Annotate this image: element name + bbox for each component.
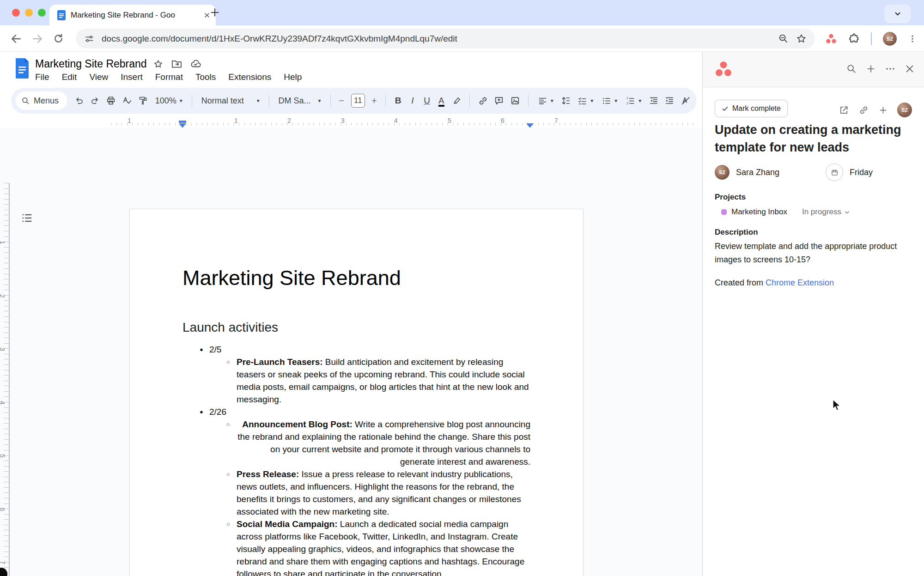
zoom-out-icon[interactable] bbox=[778, 33, 789, 44]
numbered-list-select[interactable]: 12▾ bbox=[623, 96, 644, 106]
horizontal-ruler[interactable]: 11234567 bbox=[0, 115, 702, 127]
assignee-avatar[interactable]: SZ bbox=[715, 165, 729, 180]
align-select[interactable]: ▾ bbox=[535, 96, 556, 106]
panel-close-icon[interactable] bbox=[905, 64, 915, 74]
minimize-window-button[interactable] bbox=[25, 9, 33, 17]
ruler-number: 1 bbox=[0, 241, 6, 244]
bold-icon[interactable]: B bbox=[392, 96, 404, 106]
add-comment-icon[interactable] bbox=[492, 93, 506, 109]
extensions-puzzle-icon[interactable] bbox=[848, 33, 860, 44]
due-date-label[interactable]: Friday bbox=[850, 168, 873, 177]
menu-help[interactable]: Help bbox=[284, 72, 302, 82]
doc-bullet-list[interactable]: ●2/5○Pre-Launch Teasers: Build anticipat… bbox=[182, 343, 530, 576]
italic-icon[interactable]: I bbox=[407, 96, 418, 106]
increase-font-size-button[interactable] bbox=[370, 93, 379, 109]
docs-app: Marketing Site Rebrand FileEditViewInser… bbox=[0, 52, 702, 576]
zoom-window-button[interactable] bbox=[38, 9, 46, 17]
reload-icon[interactable] bbox=[53, 33, 64, 44]
insert-image-icon[interactable] bbox=[508, 93, 522, 109]
star-doc-icon[interactable] bbox=[153, 59, 163, 69]
print-icon[interactable] bbox=[104, 93, 118, 109]
undo-icon[interactable] bbox=[73, 93, 86, 109]
mark-complete-button[interactable]: Mark complete bbox=[715, 100, 788, 117]
decrease-font-size-button[interactable] bbox=[337, 93, 346, 109]
decrease-indent-icon[interactable] bbox=[647, 93, 660, 109]
doc-body-heading[interactable]: Launch activities bbox=[182, 319, 530, 336]
zoom-select[interactable]: 100%▾ bbox=[152, 96, 185, 106]
menu-insert[interactable]: Insert bbox=[121, 72, 143, 82]
panel-add-icon[interactable] bbox=[866, 64, 876, 74]
panel-more-icon[interactable] bbox=[885, 64, 895, 74]
doc-list-item[interactable]: ●2/26 bbox=[182, 406, 530, 418]
task-title[interactable]: Update on creating a marketing template … bbox=[715, 121, 915, 156]
first-line-indent-marker[interactable] bbox=[179, 121, 186, 123]
doc-list-item[interactable]: ●2/5 bbox=[182, 343, 530, 356]
bulleted-list-select[interactable]: ▾ bbox=[599, 96, 620, 106]
menu-extensions[interactable]: Extensions bbox=[228, 72, 271, 82]
redo-icon[interactable] bbox=[89, 93, 102, 109]
menu-file[interactable]: File bbox=[35, 72, 49, 82]
browser-profile-avatar[interactable]: SZ bbox=[883, 32, 897, 46]
doc-list-item[interactable]: ○Pre-Launch Teasers: Build anticipation … bbox=[182, 356, 530, 406]
bookmark-star-icon[interactable] bbox=[796, 33, 807, 44]
paint-format-icon[interactable] bbox=[136, 93, 150, 109]
doc-body-title[interactable]: Marketing Site Rebrand bbox=[182, 265, 530, 291]
project-status-select[interactable]: In progress bbox=[802, 207, 850, 217]
paragraph-style-select[interactable]: Normal text▾ bbox=[199, 96, 262, 106]
ruler-number: 3 bbox=[341, 117, 345, 124]
forward-icon[interactable] bbox=[31, 33, 43, 45]
asana-extension-icon[interactable] bbox=[825, 33, 837, 45]
increase-indent-icon[interactable] bbox=[663, 93, 676, 109]
browser-menu-kebab-icon[interactable] bbox=[908, 34, 917, 44]
bullet-marker: ○ bbox=[226, 468, 230, 480]
close-window-button[interactable] bbox=[12, 9, 20, 17]
site-info-icon[interactable] bbox=[84, 34, 94, 44]
description-text[interactable]: Review template and add the appropriate … bbox=[715, 240, 911, 267]
browser-tab[interactable]: Marketing Site Rebrand - Goo bbox=[49, 5, 216, 25]
url-text[interactable]: docs.google.com/document/d/1HxE-OrwKRZUy… bbox=[102, 34, 771, 44]
highlight-icon[interactable] bbox=[450, 93, 463, 109]
menus-search-button[interactable]: Menus bbox=[16, 91, 67, 110]
back-icon[interactable] bbox=[10, 33, 22, 45]
tab-search-button[interactable] bbox=[884, 5, 911, 23]
text-color-icon[interactable]: A bbox=[436, 96, 447, 106]
open-in-asana-icon[interactable] bbox=[839, 105, 849, 115]
underline-icon[interactable]: U bbox=[421, 96, 432, 106]
document-page[interactable]: Marketing Site Rebrand Launch activities… bbox=[129, 209, 584, 576]
doc-list-item[interactable]: ○Announcement Blog Post: Write a compreh… bbox=[182, 418, 530, 468]
move-folder-icon[interactable] bbox=[171, 59, 182, 69]
due-date-icon[interactable] bbox=[826, 164, 843, 181]
font-size-input[interactable]: 11 bbox=[351, 94, 365, 108]
menu-tools[interactable]: Tools bbox=[195, 72, 216, 82]
clear-formatting-icon[interactable] bbox=[679, 93, 692, 109]
menu-edit[interactable]: Edit bbox=[62, 72, 77, 82]
project-name[interactable]: Marketing Inbox bbox=[731, 207, 787, 217]
font-select[interactable]: DM Sa...▾ bbox=[276, 96, 324, 106]
omnibox[interactable]: docs.google.com/document/d/1HxE-OrwKRZUy… bbox=[76, 29, 815, 49]
doc-list-item[interactable]: ○Social Media Campaign: Launch a dedicat… bbox=[182, 518, 530, 576]
line-spacing-icon[interactable] bbox=[559, 93, 572, 109]
docs-logo-icon[interactable] bbox=[14, 57, 30, 79]
assignee-name[interactable]: Sara Zhang bbox=[736, 168, 779, 177]
menu-format[interactable]: Format bbox=[155, 72, 183, 82]
menu-view[interactable]: View bbox=[89, 72, 108, 82]
browser-tab-strip: Marketing Site Rebrand - Goo bbox=[0, 0, 924, 25]
show-outline-icon[interactable] bbox=[20, 212, 33, 224]
copy-link-icon[interactable] bbox=[858, 105, 869, 115]
checklist-select[interactable]: ▾ bbox=[575, 96, 596, 106]
collaborator-avatar[interactable]: SZ bbox=[897, 103, 912, 117]
new-tab-button[interactable] bbox=[209, 6, 221, 18]
ruler-number: 4 bbox=[0, 401, 6, 405]
add-collaborator-icon[interactable] bbox=[878, 105, 888, 115]
created-from-text: Created from bbox=[715, 278, 763, 287]
chrome-extension-link[interactable]: Chrome Extension bbox=[766, 278, 834, 287]
insert-link-icon[interactable] bbox=[476, 93, 490, 109]
spellcheck-icon[interactable] bbox=[121, 93, 134, 109]
document-title[interactable]: Marketing Site Rebrand bbox=[35, 58, 147, 70]
panel-search-icon[interactable] bbox=[846, 64, 857, 74]
doc-list-item[interactable]: ○Press Release: Issue a press release to… bbox=[182, 468, 530, 518]
vertical-ruler[interactable]: 1234567 bbox=[0, 127, 12, 576]
zoom-value: 100% bbox=[155, 96, 176, 106]
svg-text:1: 1 bbox=[627, 97, 629, 100]
cloud-saved-icon[interactable] bbox=[190, 59, 201, 69]
